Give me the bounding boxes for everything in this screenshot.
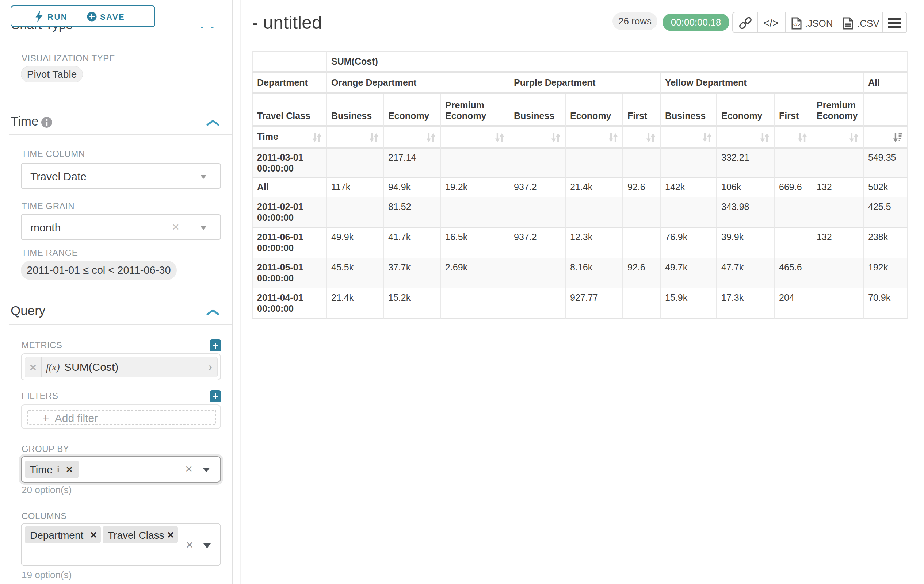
svg-text:</>: </> [793,22,800,27]
